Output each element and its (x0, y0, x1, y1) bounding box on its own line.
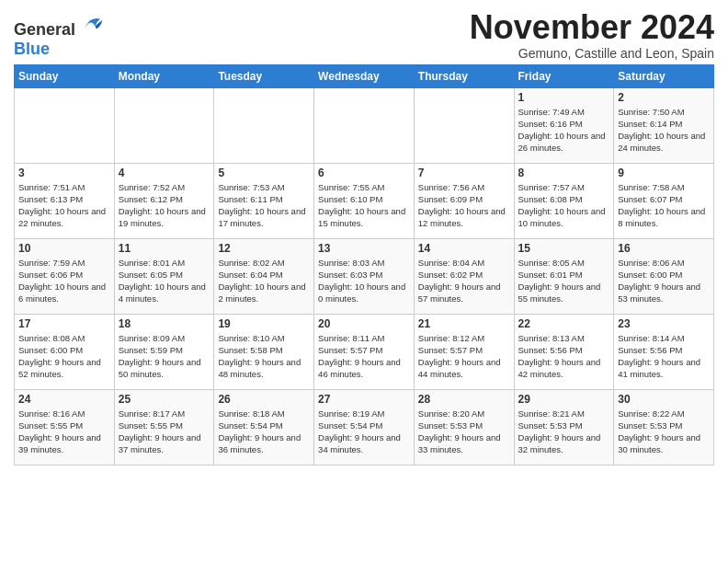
calendar-header: SundayMondayTuesdayWednesdayThursdayFrid… (15, 64, 714, 87)
calendar-day-cell: 26Sunrise: 8:18 AM Sunset: 5:54 PM Dayli… (214, 389, 314, 465)
title-block: November 2024 Gemuno, Castille and Leon,… (470, 9, 714, 61)
day-number: 1 (518, 91, 610, 104)
calendar-day-cell: 20Sunrise: 8:11 AM Sunset: 5:57 PM Dayli… (314, 314, 415, 389)
calendar-day-cell: 5Sunrise: 7:53 AM Sunset: 6:11 PM Daylig… (214, 163, 314, 238)
calendar-day-cell: 23Sunrise: 8:14 AM Sunset: 5:56 PM Dayli… (614, 314, 714, 389)
calendar-day-cell: 18Sunrise: 8:09 AM Sunset: 5:59 PM Dayli… (114, 314, 214, 389)
calendar-week-row: 10Sunrise: 7:59 AM Sunset: 6:06 PM Dayli… (15, 238, 714, 314)
day-info: Sunrise: 8:05 AM Sunset: 6:01 PM Dayligh… (518, 257, 610, 305)
day-number: 2 (618, 91, 710, 104)
calendar-day-cell: 12Sunrise: 8:02 AM Sunset: 6:04 PM Dayli… (214, 238, 314, 314)
day-info: Sunrise: 7:57 AM Sunset: 6:08 PM Dayligh… (518, 181, 610, 230)
day-info: Sunrise: 7:58 AM Sunset: 6:07 PM Dayligh… (618, 181, 710, 230)
calendar-week-row: 1Sunrise: 7:49 AM Sunset: 6:16 PM Daylig… (15, 87, 714, 163)
calendar-day-cell: 9Sunrise: 7:58 AM Sunset: 6:07 PM Daylig… (614, 163, 714, 238)
day-number: 13 (318, 242, 410, 255)
day-info: Sunrise: 8:22 AM Sunset: 5:53 PM Dayligh… (618, 408, 710, 456)
day-number: 6 (318, 167, 410, 179)
calendar-day-cell: 17Sunrise: 8:08 AM Sunset: 6:00 PM Dayli… (15, 314, 115, 389)
calendar-day-cell: 7Sunrise: 7:56 AM Sunset: 6:09 PM Daylig… (414, 163, 514, 238)
day-number: 23 (618, 317, 710, 330)
calendar-day-cell: 22Sunrise: 8:13 AM Sunset: 5:56 PM Dayli… (514, 314, 614, 389)
calendar-day-cell: 8Sunrise: 7:57 AM Sunset: 6:08 PM Daylig… (514, 163, 614, 238)
day-number: 11 (119, 242, 210, 255)
day-info: Sunrise: 7:51 AM Sunset: 6:13 PM Dayligh… (18, 181, 110, 230)
day-number: 12 (218, 242, 310, 255)
calendar-body: 1Sunrise: 7:49 AM Sunset: 6:16 PM Daylig… (15, 87, 714, 465)
day-info: Sunrise: 8:19 AM Sunset: 5:54 PM Dayligh… (318, 408, 410, 456)
weekday-row: SundayMondayTuesdayWednesdayThursdayFrid… (15, 64, 714, 87)
logo-blue: Blue (14, 40, 50, 58)
calendar-day-cell: 11Sunrise: 8:01 AM Sunset: 6:05 PM Dayli… (114, 238, 214, 314)
weekday-header: Saturday (614, 64, 714, 87)
day-number: 4 (119, 167, 210, 179)
day-info: Sunrise: 8:02 AM Sunset: 6:04 PM Dayligh… (218, 257, 310, 305)
day-number: 8 (518, 167, 610, 179)
day-number: 5 (218, 167, 310, 179)
day-number: 3 (18, 167, 110, 179)
calendar-day-cell: 27Sunrise: 8:19 AM Sunset: 5:54 PM Dayli… (314, 389, 415, 465)
day-info: Sunrise: 8:16 AM Sunset: 5:55 PM Dayligh… (18, 408, 110, 456)
logo: General Blue (14, 13, 104, 59)
day-info: Sunrise: 8:06 AM Sunset: 6:00 PM Dayligh… (618, 257, 710, 305)
day-info: Sunrise: 8:20 AM Sunset: 5:53 PM Dayligh… (418, 408, 510, 456)
day-number: 7 (418, 167, 510, 179)
calendar-day-cell: 10Sunrise: 7:59 AM Sunset: 6:06 PM Dayli… (15, 238, 115, 314)
day-number: 25 (119, 393, 210, 406)
calendar-day-cell: 1Sunrise: 7:49 AM Sunset: 6:16 PM Daylig… (514, 87, 614, 163)
day-info: Sunrise: 7:56 AM Sunset: 6:09 PM Dayligh… (418, 181, 510, 230)
weekday-header: Tuesday (214, 64, 314, 87)
day-number: 10 (18, 242, 110, 255)
calendar-day-cell (214, 87, 314, 163)
day-info: Sunrise: 7:59 AM Sunset: 6:06 PM Dayligh… (18, 257, 110, 305)
day-info: Sunrise: 7:55 AM Sunset: 6:10 PM Dayligh… (318, 181, 410, 230)
weekday-header: Sunday (15, 64, 115, 87)
calendar-day-cell (414, 87, 514, 163)
day-info: Sunrise: 8:13 AM Sunset: 5:56 PM Dayligh… (518, 332, 610, 381)
calendar-table: SundayMondayTuesdayWednesdayThursdayFrid… (14, 64, 714, 465)
day-number: 26 (218, 393, 310, 406)
day-info: Sunrise: 8:03 AM Sunset: 6:03 PM Dayligh… (318, 257, 410, 305)
calendar-day-cell (114, 87, 214, 163)
calendar-day-cell: 16Sunrise: 8:06 AM Sunset: 6:00 PM Dayli… (614, 238, 714, 314)
page-container: General Blue November 2024 Gemuno, Casti… (0, 0, 728, 470)
calendar-week-row: 17Sunrise: 8:08 AM Sunset: 6:00 PM Dayli… (15, 314, 714, 389)
day-number: 21 (418, 317, 510, 330)
calendar-day-cell: 24Sunrise: 8:16 AM Sunset: 5:55 PM Dayli… (15, 389, 115, 465)
day-number: 24 (18, 393, 110, 406)
day-number: 19 (218, 317, 310, 330)
calendar-day-cell: 13Sunrise: 8:03 AM Sunset: 6:03 PM Dayli… (314, 238, 415, 314)
day-info: Sunrise: 8:10 AM Sunset: 5:58 PM Dayligh… (218, 332, 310, 381)
day-number: 18 (119, 317, 210, 330)
calendar-day-cell (15, 87, 115, 163)
calendar-day-cell: 25Sunrise: 8:17 AM Sunset: 5:55 PM Dayli… (114, 389, 214, 465)
calendar-day-cell: 30Sunrise: 8:22 AM Sunset: 5:53 PM Dayli… (614, 389, 714, 465)
day-info: Sunrise: 8:04 AM Sunset: 6:02 PM Dayligh… (418, 257, 510, 305)
weekday-header: Friday (514, 64, 614, 87)
weekday-header: Monday (114, 64, 214, 87)
day-info: Sunrise: 7:50 AM Sunset: 6:14 PM Dayligh… (618, 106, 710, 155)
month-title: November 2024 (470, 9, 714, 46)
location: Gemuno, Castille and Leon, Spain (470, 46, 714, 61)
day-info: Sunrise: 8:17 AM Sunset: 5:55 PM Dayligh… (119, 408, 210, 456)
calendar-day-cell: 19Sunrise: 8:10 AM Sunset: 5:58 PM Dayli… (214, 314, 314, 389)
calendar-day-cell: 6Sunrise: 7:55 AM Sunset: 6:10 PM Daylig… (314, 163, 415, 238)
day-number: 22 (518, 317, 610, 330)
day-info: Sunrise: 8:01 AM Sunset: 6:05 PM Dayligh… (119, 257, 210, 305)
calendar-day-cell: 14Sunrise: 8:04 AM Sunset: 6:02 PM Dayli… (414, 238, 514, 314)
day-info: Sunrise: 7:53 AM Sunset: 6:11 PM Dayligh… (218, 181, 310, 230)
day-info: Sunrise: 8:11 AM Sunset: 5:57 PM Dayligh… (318, 332, 410, 381)
day-number: 17 (18, 317, 110, 330)
day-info: Sunrise: 8:21 AM Sunset: 5:53 PM Dayligh… (518, 408, 610, 456)
day-info: Sunrise: 7:52 AM Sunset: 6:12 PM Dayligh… (119, 181, 210, 230)
day-number: 15 (518, 242, 610, 255)
day-number: 14 (418, 242, 510, 255)
day-info: Sunrise: 8:09 AM Sunset: 5:59 PM Dayligh… (119, 332, 210, 381)
calendar-week-row: 24Sunrise: 8:16 AM Sunset: 5:55 PM Dayli… (15, 389, 714, 465)
logo-general: General (14, 20, 75, 39)
day-info: Sunrise: 8:14 AM Sunset: 5:56 PM Dayligh… (618, 332, 710, 381)
weekday-header: Wednesday (314, 64, 415, 87)
logo-text: General Blue (14, 13, 104, 59)
calendar-day-cell: 29Sunrise: 8:21 AM Sunset: 5:53 PM Dayli… (514, 389, 614, 465)
day-number: 9 (618, 167, 710, 179)
